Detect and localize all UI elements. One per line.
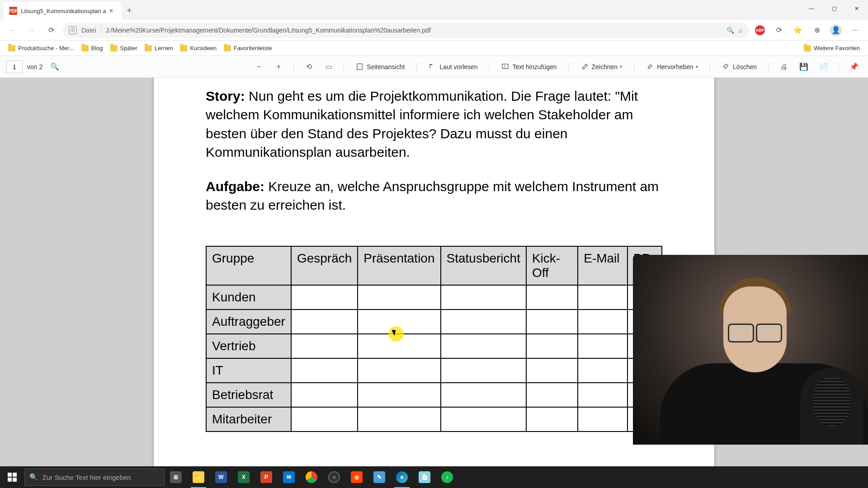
site-info-icon[interactable]: ⓘ xyxy=(69,26,77,34)
svg-text:T: T xyxy=(504,65,506,69)
taskbar-app-word[interactable]: W xyxy=(210,466,232,488)
window-titlebar: PDF Lösung5_Kommunikationsplan a ✕ ＋ ― ▢… xyxy=(0,0,868,20)
pin-toolbar-icon[interactable]: 📌 xyxy=(846,59,862,75)
taskbar-search[interactable]: 🔍 Zur Suche Text hier eingeben xyxy=(24,469,165,486)
adblock-icon[interactable]: ABP xyxy=(752,23,768,38)
table-header: Gruppe xyxy=(206,246,291,285)
folder-icon xyxy=(180,45,187,52)
nav-forward-button[interactable]: → xyxy=(24,23,40,38)
story-paragraph: Story: Nun geht es um die Projektkommuni… xyxy=(206,87,662,162)
read-aloud-button[interactable]: Laut vorlesen xyxy=(424,60,482,73)
browser-tab[interactable]: PDF Lösung5_Kommunikationsplan a ✕ xyxy=(4,2,122,20)
zoom-icon[interactable]: 🔍 xyxy=(726,27,734,34)
draw-button[interactable]: Zeichnen▾ xyxy=(576,60,627,73)
page-number-input[interactable] xyxy=(6,61,23,73)
row-header: Mitarbeiter xyxy=(206,407,291,432)
reader-icon[interactable]: ⌂ xyxy=(739,27,742,34)
erase-button[interactable]: Löschen xyxy=(717,60,761,73)
nav-refresh-button[interactable]: ⟳ xyxy=(43,23,59,38)
draw-icon xyxy=(581,63,589,70)
taskbar-app-spotify[interactable]: ♪ xyxy=(436,466,458,488)
window-minimize-button[interactable]: ― xyxy=(800,0,823,17)
add-text-icon: T xyxy=(501,63,509,70)
taskbar-app-chrome[interactable] xyxy=(300,466,323,488)
taskbar-app-obs[interactable]: ○ xyxy=(323,466,345,488)
taskbar-app-notes[interactable]: ✎ xyxy=(368,466,391,488)
row-header: Auftraggeber xyxy=(206,310,291,334)
table-header: Präsentation xyxy=(358,246,440,285)
sync-icon[interactable]: ⟳ xyxy=(771,23,787,38)
address-bar[interactable]: ⓘ Datei J:/Meine%20Kurse/Projektmanageme… xyxy=(62,23,749,38)
save-icon[interactable]: 💾 xyxy=(796,59,811,75)
highlight-button[interactable]: Hervorheben▾ xyxy=(642,60,703,73)
bookmark-item[interactable]: Lernen xyxy=(141,43,176,53)
bookmark-item[interactable]: Favoritenleiste xyxy=(220,43,276,53)
table-header: Gespräch xyxy=(291,246,358,285)
collections-icon[interactable]: ⊕ xyxy=(809,23,825,38)
folder-icon xyxy=(8,45,15,52)
erase-icon xyxy=(722,63,730,70)
task-view-button[interactable]: ⊞ xyxy=(165,466,187,488)
bookmark-item[interactable]: Blog xyxy=(78,43,107,53)
kommunikationsplan-table: Gruppe Gespräch Präsentation Statusberic… xyxy=(206,246,662,432)
folder-icon xyxy=(224,45,231,52)
page-view-icon xyxy=(356,63,363,70)
print-icon[interactable]: 🖨 xyxy=(776,59,792,75)
folder-icon xyxy=(804,45,811,52)
start-button[interactable] xyxy=(2,466,23,488)
page-count-label: von 2 xyxy=(27,63,42,70)
row-header: Betriebsrat xyxy=(206,383,291,407)
taskbar-app-mail[interactable]: ✉ xyxy=(278,466,300,488)
taskbar-app-powerpoint[interactable]: P xyxy=(255,466,278,488)
bookmark-overflow[interactable]: Weitere Favoriten xyxy=(800,43,863,53)
table-row: Auftraggeber xyxy=(206,310,662,334)
new-tab-button[interactable]: ＋ xyxy=(122,2,137,18)
page-view-button[interactable]: Seitenansicht xyxy=(351,60,409,73)
aufgabe-paragraph: Aufgabe: Kreuze an, welche Anspruchsgrup… xyxy=(206,177,662,215)
url-scheme: Datei xyxy=(81,27,96,34)
taskbar-app-streamlabs[interactable]: ◎ xyxy=(345,466,368,488)
pdf-page: Story: Nun geht es um die Projektkommuni… xyxy=(154,78,714,466)
rotate-icon[interactable]: ⟲ xyxy=(301,59,316,75)
save-as-icon[interactable]: 📄 xyxy=(816,59,831,75)
add-text-button[interactable]: TText hinzufügen xyxy=(497,60,561,73)
zoom-in-button[interactable]: + xyxy=(271,59,286,75)
window-maximize-button[interactable]: ▢ xyxy=(823,0,845,17)
profile-avatar[interactable]: 👤 xyxy=(828,23,844,38)
table-header: Statusbericht xyxy=(441,246,526,285)
nav-back-button[interactable]: ← xyxy=(5,23,21,38)
windows-logo-icon xyxy=(8,473,17,482)
find-icon[interactable]: 🔍 xyxy=(47,59,62,75)
browser-toolbar: ← → ⟳ ⓘ Datei J:/Meine%20Kurse/Projektma… xyxy=(0,20,868,41)
taskbar-app-edge[interactable]: e xyxy=(391,466,413,488)
taskbar-app-notepad[interactable]: 📄 xyxy=(413,466,436,488)
search-icon: 🔍 xyxy=(29,473,38,481)
table-row: Vertrieb xyxy=(206,334,662,358)
row-header: Vertrieb xyxy=(206,334,291,358)
bookmark-item[interactable]: Kursideen xyxy=(176,43,220,53)
table-header-row: Gruppe Gespräch Präsentation Statusberic… xyxy=(206,246,662,285)
chevron-down-icon: ▾ xyxy=(696,64,698,69)
bookmark-item[interactable]: Später xyxy=(107,43,141,53)
story-text: Nun geht es um die Projektkommunikation.… xyxy=(206,89,638,160)
bookmarks-bar: Produktsuche - Mer... Blog Später Lernen… xyxy=(0,41,868,56)
fit-page-icon[interactable]: ▭ xyxy=(321,59,336,75)
tab-close-button[interactable]: ✕ xyxy=(106,8,116,14)
table-row: Mitarbeiter xyxy=(206,407,662,432)
aufgabe-label: Aufgabe: xyxy=(206,179,264,194)
bookmark-item[interactable]: Produktsuche - Mer... xyxy=(5,43,78,53)
chevron-down-icon: ▾ xyxy=(620,64,622,69)
search-placeholder: Zur Suche Text hier eingeben xyxy=(42,474,131,481)
taskbar-app-excel[interactable]: X xyxy=(232,466,255,488)
window-close-button[interactable]: ✕ xyxy=(845,0,868,17)
zoom-out-button[interactable]: − xyxy=(251,59,266,75)
tab-title: Lösung5_Kommunikationsplan a xyxy=(21,8,106,14)
url-divider xyxy=(101,26,101,34)
taskbar-app-explorer[interactable]: 📁 xyxy=(187,466,210,488)
pdf-toolbar: von 2 🔍 − + ⟲ ▭ Seitenansicht Laut vorle… xyxy=(0,56,868,78)
menu-icon[interactable]: ⋯ xyxy=(847,23,863,38)
pdf-viewport[interactable]: Story: Nun geht es um die Projektkommuni… xyxy=(0,78,868,466)
folder-icon xyxy=(145,45,152,52)
favorites-icon[interactable]: ⭐ xyxy=(790,23,806,38)
aufgabe-text: Kreuze an, welche Anspruchsgruppe mit we… xyxy=(206,179,659,212)
